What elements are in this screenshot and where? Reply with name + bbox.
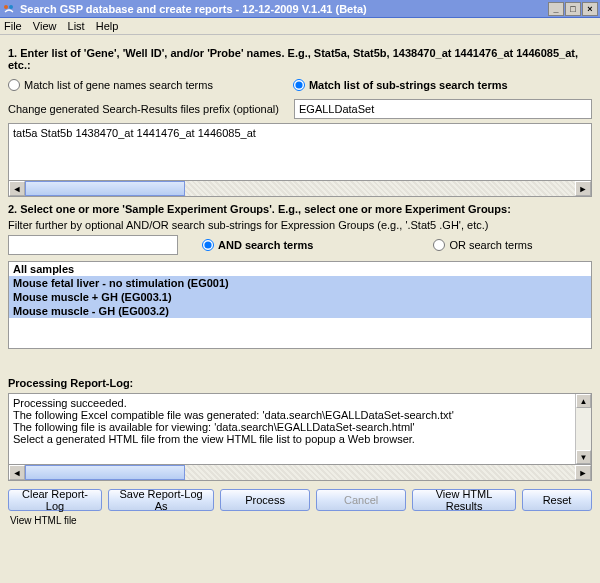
list-item[interactable]: All samples [9,262,591,276]
radio-and-input[interactable] [202,239,214,251]
prefix-label: Change generated Search-Results files pr… [8,103,288,115]
radio-or[interactable]: OR search terms [433,239,532,251]
scroll-left-icon[interactable]: ◄ [9,181,25,196]
report-hscrollbar[interactable]: ◄ ► [8,465,592,481]
view-html-results-button[interactable]: View HTML Results [412,489,516,511]
search-terms-textarea[interactable]: tat5a Stat5b 1438470_at 1441476_at 14460… [8,123,592,181]
scroll-down-icon[interactable]: ▼ [576,450,591,464]
scroll-thumb[interactable] [25,181,185,196]
radio-gene-names[interactable]: Match list of gene names search terms [8,79,213,91]
report-line: Processing succeeded. [13,397,571,409]
list-item[interactable]: Mouse muscle - GH (EG003.2) [9,304,591,318]
experiment-groups-list[interactable]: All samples Mouse fetal liver - no stimu… [8,261,592,349]
search-terms-value: tat5a Stat5b 1438470_at 1441476_at 14460… [9,124,591,178]
status-bar: View HTML file [8,515,592,526]
report-log-text: Processing succeeded. The following Exce… [9,394,575,464]
maximize-button[interactable]: □ [565,2,581,16]
scroll-left-icon[interactable]: ◄ [9,465,25,480]
menu-list[interactable]: List [68,20,85,32]
filter-input[interactable] [8,235,178,255]
report-line: Select a generated HTML file from the vi… [13,433,571,445]
radio-and[interactable]: AND search terms [202,239,313,251]
search-terms-hscrollbar[interactable]: ◄ ► [8,181,592,197]
filter-label: Filter further by optional AND/OR search… [8,219,592,231]
titlebar: Search GSP database and create reports -… [0,0,600,18]
cancel-button[interactable]: Cancel [316,489,406,511]
svg-point-0 [4,5,8,9]
close-button[interactable]: × [582,2,598,16]
list-item[interactable]: Mouse muscle + GH (EG003.1) [9,290,591,304]
step1-heading: 1. Enter list of 'Gene', 'Well ID', and/… [8,47,592,71]
scroll-right-icon[interactable]: ► [575,181,591,196]
menu-view[interactable]: View [33,20,57,32]
scroll-right-icon[interactable]: ► [575,465,591,480]
report-vscrollbar[interactable]: ▲ ▼ [575,394,591,464]
radio-sub-strings-label: Match list of sub-strings search terms [309,79,508,91]
report-heading: Processing Report-Log: [8,377,592,389]
scroll-thumb[interactable] [25,465,185,480]
radio-or-label: OR search terms [449,239,532,251]
radio-and-label: AND search terms [218,239,313,251]
clear-report-log-button[interactable]: Clear Report-Log [8,489,102,511]
step2-heading: 2. Select one or more 'Sample Experiment… [8,203,592,215]
scroll-track[interactable] [25,181,575,196]
radio-sub-strings[interactable]: Match list of sub-strings search terms [293,79,508,91]
radio-or-input[interactable] [433,239,445,251]
report-line: The following Excel compatible file was … [13,409,571,421]
report-line: The following file is available for view… [13,421,571,433]
app-icon [2,2,16,16]
scroll-track[interactable] [25,465,575,480]
reset-button[interactable]: Reset [522,489,592,511]
radio-sub-strings-input[interactable] [293,79,305,91]
menu-file[interactable]: File [4,20,22,32]
radio-gene-names-label: Match list of gene names search terms [24,79,213,91]
scroll-track[interactable] [576,408,591,450]
process-button[interactable]: Process [220,489,310,511]
minimize-button[interactable]: _ [548,2,564,16]
prefix-input[interactable] [294,99,592,119]
menu-help[interactable]: Help [96,20,119,32]
window-title: Search GSP database and create reports -… [20,3,548,15]
radio-gene-names-input[interactable] [8,79,20,91]
save-report-log-as-button[interactable]: Save Report-Log As [108,489,214,511]
report-log-box[interactable]: Processing succeeded. The following Exce… [8,393,592,465]
svg-point-1 [9,5,13,9]
list-item[interactable]: Mouse fetal liver - no stimulation (EG00… [9,276,591,290]
scroll-up-icon[interactable]: ▲ [576,394,591,408]
menubar: File View List Help [0,18,600,35]
